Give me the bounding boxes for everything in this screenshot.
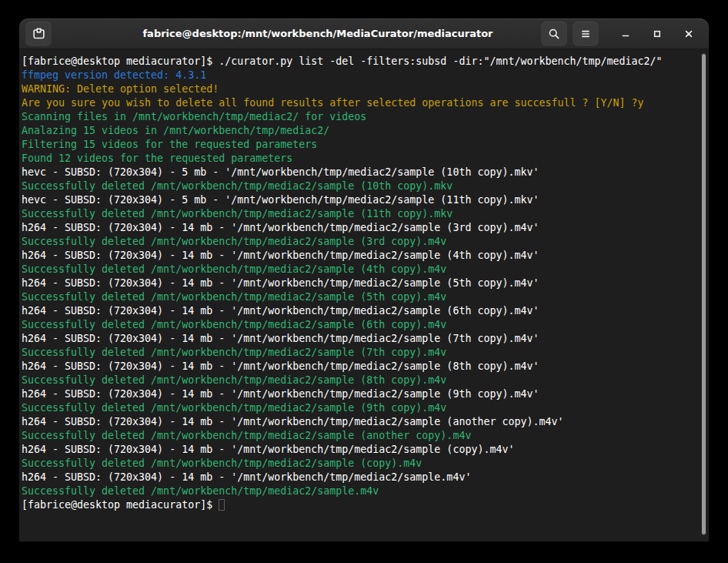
search-button[interactable] [541, 22, 567, 46]
terminal-line: WARNING: Delete option selected! [22, 82, 709, 96]
terminal-line: h264 - SUBSD: (720x304) - 14 mb - '/mnt/… [22, 415, 709, 429]
maximize-icon [651, 28, 663, 40]
terminal-line: Successfully deleted /mnt/workbench/tmp/… [22, 207, 709, 221]
terminal-line: Successfully deleted /mnt/workbench/tmp/… [22, 484, 709, 498]
terminal-window: fabrice@desktop:/mnt/workbench/MediaCura… [19, 18, 709, 541]
terminal-line: Found 12 videos for the requested parame… [22, 152, 709, 166]
menu-button[interactable] [573, 22, 599, 46]
close-icon [683, 28, 695, 40]
close-button[interactable] [680, 25, 698, 43]
terminal-line: ffmpeg version detected: 4.3.1 [22, 69, 709, 82]
terminal-line: Filtering 15 videos for the requested pa… [22, 138, 709, 152]
new-tab-button[interactable] [25, 22, 52, 46]
titlebar[interactable]: fabrice@desktop:/mnt/workbench/MediaCura… [19, 18, 709, 49]
scrollbar[interactable] [699, 52, 708, 539]
terminal-line: h264 - SUBSD: (720x304) - 14 mb - '/mnt/… [22, 360, 709, 374]
terminal-line: Successfully deleted /mnt/workbench/tmp/… [22, 429, 709, 443]
terminal-line: Are you sure you wish to delete all foun… [22, 96, 709, 110]
minimize-button[interactable] [616, 25, 635, 43]
maximize-button[interactable] [648, 25, 666, 43]
terminal-line: h264 - SUBSD: (720x304) - 14 mb - '/mnt/… [22, 443, 709, 457]
search-icon [548, 28, 560, 40]
terminal-line: h264 - SUBSD: (720x304) - 14 mb - '/mnt/… [22, 249, 709, 263]
terminal-line: Successfully deleted /mnt/workbench/tmp/… [22, 346, 709, 360]
terminal-line: Successfully deleted /mnt/workbench/tmp/… [22, 401, 709, 415]
terminal-line: h264 - SUBSD: (720x304) - 14 mb - '/mnt/… [22, 276, 709, 290]
terminal-line: Successfully deleted /mnt/workbench/tmp/… [22, 318, 709, 332]
terminal-line: h264 - SUBSD: (720x304) - 14 mb - '/mnt/… [22, 471, 709, 484]
minimize-icon [619, 28, 632, 40]
scrollbar-thumb[interactable] [701, 53, 706, 535]
terminal-output: [fabrice@desktop mediacurator]$ ./curato… [19, 49, 709, 512]
terminal-line: Successfully deleted /mnt/workbench/tmp/… [22, 290, 709, 304]
terminal-line: Analazing 15 videos in /mnt/workbench/tm… [22, 124, 709, 138]
terminal-line: hevc - SUBSD: (720x304) - 5 mb - '/mnt/w… [22, 166, 709, 179]
terminal-line: [fabrice@desktop mediacurator]$ [22, 498, 709, 512]
terminal-screen[interactable]: [fabrice@desktop mediacurator]$ ./curato… [19, 49, 709, 541]
terminal-line: Successfully deleted /mnt/workbench/tmp/… [22, 457, 709, 471]
terminal-line: Successfully deleted /mnt/workbench/tmp/… [22, 374, 709, 387]
terminal-line: h264 - SUBSD: (720x304) - 14 mb - '/mnt/… [22, 332, 709, 346]
terminal-line: hevc - SUBSD: (720x304) - 5 mb - '/mnt/w… [22, 193, 709, 207]
window-title: fabrice@desktop:/mnt/workbench/MediaCura… [112, 28, 524, 39]
terminal-line: h264 - SUBSD: (720x304) - 14 mb - '/mnt/… [22, 387, 709, 401]
terminal-line: Successfully deleted /mnt/workbench/tmp/… [22, 179, 709, 193]
terminal-line: [fabrice@desktop mediacurator]$ ./curato… [22, 55, 709, 69]
tab-new-icon [32, 27, 45, 40]
terminal-line: Successfully deleted /mnt/workbench/tmp/… [22, 235, 709, 249]
terminal-cursor [219, 499, 225, 511]
terminal-line: Successfully deleted /mnt/workbench/tmp/… [22, 263, 709, 276]
terminal-line: Scanning files in /mnt/workbench/tmp/med… [22, 110, 709, 124]
terminal-line: h264 - SUBSD: (720x304) - 14 mb - '/mnt/… [22, 221, 709, 235]
hamburger-icon [579, 28, 592, 40]
terminal-line: h264 - SUBSD: (720x304) - 14 mb - '/mnt/… [22, 304, 709, 318]
